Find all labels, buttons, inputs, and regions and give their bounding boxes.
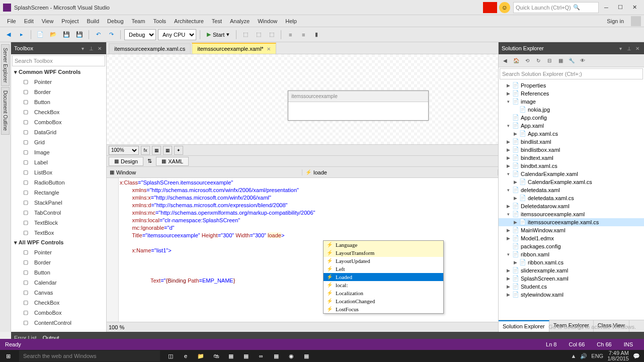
zoom-select[interactable]: 100% [109,146,139,155]
toolbox-group[interactable]: ▾ All WPF Controls [11,238,106,247]
se-home-icon[interactable]: 🏠 [512,56,521,65]
menu-edit[interactable]: Edit [20,16,38,26]
tree-node[interactable]: ▾📄App.xaml [499,122,644,130]
menu-architecture[interactable]: Architecture [170,16,208,26]
tree-node[interactable]: 📄packages.config [499,242,644,250]
design-tab[interactable]: ▦ Design [109,157,143,166]
toolbox-item[interactable]: ▢Canvas [11,288,106,298]
swap-panes-button[interactable]: ⇅ [144,157,155,165]
toolbar-btn-4[interactable]: ≡ [285,29,296,40]
quick-launch-input[interactable]: Quick Launch (Ctrl+Q)🔍 [513,2,599,13]
toolbox-item[interactable]: ▢Border [11,257,106,267]
panel-pin-icon[interactable]: ⊥ [625,45,632,52]
intellisense-item[interactable]: ⚡LayoutTransform [324,249,443,257]
intellisense-popup[interactable]: ⚡Language⚡LayoutTransform⚡LayoutUpdated⚡… [323,240,444,314]
intellisense-item[interactable]: ⚡LayoutUpdated [324,257,443,265]
se-showall-icon[interactable]: ▦ [556,56,565,65]
panel-close-icon[interactable]: ✕ [96,45,103,52]
snap2-icon[interactable]: ✦ [174,146,183,155]
intellisense-item[interactable]: ⚡Localization [324,289,443,297]
toolbar-btn-5[interactable]: ≡ [298,29,309,40]
intellisense-item[interactable]: ⚡LocationChanged [324,297,443,305]
save-all-button[interactable]: 💾 [74,29,85,40]
task-view-icon[interactable]: ◫ [163,350,178,362]
panel-dropdown-icon[interactable]: ▾ [617,45,624,52]
tree-node[interactable]: ▶📄bindlistbox.xaml [499,146,644,154]
tree-node[interactable]: ▶📄itemssourceexample.xaml.cs [499,218,644,226]
tree-node[interactable]: ▶📄References [499,89,644,98]
doc-tab-cs[interactable]: itemssourceexample.xaml.cs [109,43,191,54]
back-button[interactable]: ◀ [3,29,14,40]
toolbox-item[interactable]: ▢ComboBox [11,308,106,318]
se-properties-icon[interactable]: 🔧 [567,56,576,65]
toolbox-item[interactable]: ▢Border [11,87,106,97]
tree-node[interactable]: ▶📄MainWindow.xaml [499,226,644,234]
toolbox-item[interactable]: ▢Image [11,147,106,157]
intellisense-item[interactable]: ⚡LostFocus [324,305,443,313]
feedback-icon[interactable]: ☺ [499,2,510,13]
tree-node[interactable]: ▶📄deletedata.xaml.cs [499,194,644,202]
toolbar-btn-3[interactable]: ⬚ [266,29,277,40]
toolbox-item[interactable]: ▢RadioButton [11,177,106,188]
toolbox-item[interactable]: ▢Grid [11,137,106,147]
solution-tree[interactable]: ▶📄Properties▶📄References▾📄image📄nokia.jp… [499,80,644,320]
design-preview-window[interactable]: itemssourceexample [288,90,429,121]
intellisense-item[interactable]: ⚡Language [324,241,443,249]
taskbar-search-input[interactable]: Search the web and Windows [19,350,160,361]
tree-node[interactable]: ▶📄bindlist.xaml [499,138,644,146]
tree-node[interactable]: ▶📄sliderexample.xaml [499,266,644,275]
close-icon[interactable]: ✕ [267,46,271,52]
tree-node[interactable]: ▶📄Model1.edmx [499,234,644,242]
intellisense-item[interactable]: ⚡Loaded [324,273,443,281]
se-sync-icon[interactable]: ⟲ [523,56,532,65]
menu-team[interactable]: Team [128,16,149,26]
menu-build[interactable]: Build [83,16,103,26]
panel-close-icon[interactable]: ✕ [634,45,641,52]
toolbox-item[interactable]: ▢Rectangle [11,188,106,198]
menu-view[interactable]: View [38,16,58,26]
intellisense-item[interactable]: ⚡local: [324,281,443,289]
menu-file[interactable]: File [3,16,20,26]
se-back-icon[interactable]: ◀ [501,56,510,65]
intellisense-item[interactable]: ⚡Left [324,265,443,273]
fx-icon[interactable]: fx [141,146,150,155]
menu-tools[interactable]: Tools [149,16,170,26]
sign-in-link[interactable]: Sign in [603,16,628,26]
redo-button[interactable]: ↷ [106,29,117,40]
grid-icon[interactable]: ▦ [152,146,161,155]
notification-flag-icon[interactable] [483,2,497,13]
tree-node[interactable]: ▶📄bindtxt.xaml.cs [499,162,644,170]
explorer-icon[interactable]: 📁 [193,350,208,362]
toolbox-item[interactable]: ▢StackPanel [11,198,106,208]
tree-node[interactable]: 📄nokia.jpg [499,106,644,114]
tree-node[interactable]: ▶📄bindtext.xaml [499,154,644,162]
toolbox-item[interactable]: ▢Pointer [11,77,106,87]
panel-dropdown-icon[interactable]: ▾ [79,45,86,52]
menu-window[interactable]: Window [254,16,281,26]
toolbox-item[interactable]: ▢Calendar [11,278,106,288]
toolbox-item[interactable]: ▢CheckBox [11,298,106,308]
toolbox-item[interactable]: ▢Button [11,97,106,107]
menu-help[interactable]: Help [281,16,301,26]
start-button[interactable]: ▶Start▾ [204,29,232,40]
se-search-input[interactable]: Search Solution Explorer (Ctrl+;) [500,68,643,79]
doc-tab-xaml[interactable]: itemssourceexample.xaml*✕ [192,43,276,54]
tree-node[interactable]: ▾📄ribbon.xaml [499,250,644,258]
tree-node[interactable]: ▾📄image [499,98,644,106]
edge-icon[interactable]: e [178,350,193,362]
tree-node[interactable]: ▶📄Student.cs [499,283,644,291]
platform-select[interactable]: Any CPU [158,29,196,40]
undo-button[interactable]: ↶ [93,29,104,40]
tree-node[interactable]: ▾📄itemssourceexample.xaml [499,210,644,218]
minimize-button[interactable]: ─ [600,2,613,13]
toolbox-item[interactable]: ▢DataGrid [11,127,106,137]
toolbox-search-input[interactable]: Search Toolbox [12,55,105,66]
app-icon[interactable]: ▦ [238,350,254,362]
system-tray[interactable]: ▲🔊ENG 7:49 AM1/8/2015 💬 [571,350,644,361]
tree-node[interactable]: ▶📄CalendarExample.xaml.cs [499,178,644,186]
toolbox-item[interactable]: ▢TextBox [11,228,106,238]
toolbox-item[interactable]: ▢Button [11,267,106,278]
tree-node[interactable]: ▾📄deletedata.xaml [499,186,644,194]
app-icon[interactable]: ▦ [299,350,314,362]
breadcrumb-left[interactable]: ▦ Window [107,169,302,175]
